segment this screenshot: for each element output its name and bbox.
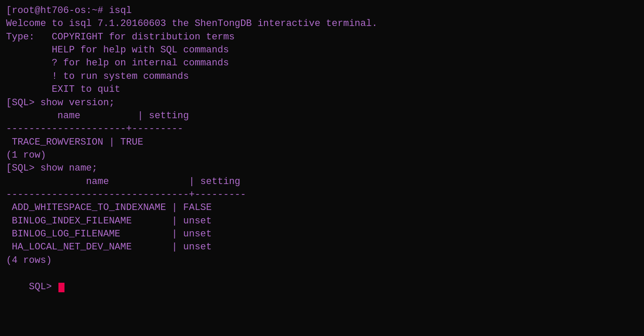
terminal-line: [root@ht706-os:~# isql — [6, 4, 638, 17]
prompt-text: SQL> — [29, 281, 58, 292]
terminal-line: BINLOG_LOG_FILENAME | unset — [6, 228, 638, 241]
terminal-line: ---------------------+--------- — [6, 123, 638, 136]
terminal-line: ADD_WHITESPACE_TO_INDEXNAME | FALSE — [6, 201, 638, 214]
terminal-line: --------------------------------+-------… — [6, 188, 638, 201]
terminal-line: Welcome to isql 7.1.20160603 the ShenTon… — [6, 17, 638, 30]
terminal-line: ! to run system commands — [6, 70, 638, 83]
terminal-window[interactable]: [root@ht706-os:~# isql Welcome to isql 7… — [0, 0, 644, 336]
terminal-line: [SQL> show name; — [6, 162, 638, 175]
terminal-line: EXIT to quit — [6, 83, 638, 96]
terminal-line: HA_LOCAL_NET_DEV_NAME | unset — [6, 241, 638, 254]
cursor — [58, 283, 64, 292]
terminal-line: (1 row) — [6, 149, 638, 162]
terminal-line: BINLOG_INDEX_FILENAME | unset — [6, 215, 638, 228]
terminal-line: name | setting — [6, 110, 638, 123]
terminal-line: TRACE_ROWVERSION | TRUE — [6, 136, 638, 149]
terminal-line: (4 rows) — [6, 254, 638, 267]
terminal-line: HELP for help with SQL commands — [6, 44, 638, 57]
prompt-line[interactable]: SQL> — [6, 267, 638, 307]
terminal-line: name | setting — [6, 175, 638, 188]
terminal-line: Type: COPYRIGHT for distribution terms — [6, 31, 638, 44]
terminal-line: [SQL> show version; — [6, 97, 638, 110]
terminal-line: ? for help on internal commands — [6, 57, 638, 70]
